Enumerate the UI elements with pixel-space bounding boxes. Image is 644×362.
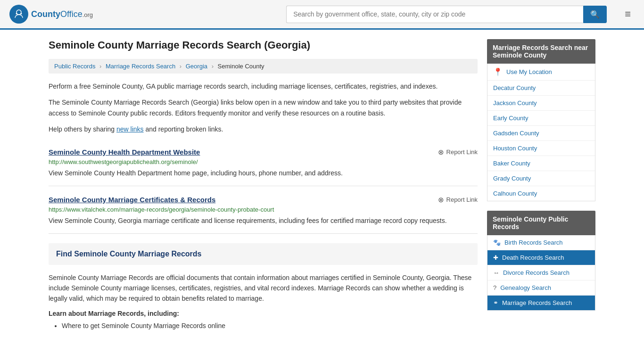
- report-label-2: Report Link: [446, 196, 478, 203]
- link-card-1-header: Seminole County Health Department Websit…: [49, 148, 478, 156]
- svg-point-1: [16, 13, 17, 15]
- link-card-1-link[interactable]: Seminole County Health Department Websit…: [49, 148, 200, 156]
- record-divorce[interactable]: ↔ Divorce Records Search: [487, 265, 595, 280]
- description-3: Help others by sharing new links and rep…: [49, 124, 478, 134]
- nearby-county-8[interactable]: Calhoun County: [487, 186, 595, 201]
- report-label-1: Report Link: [446, 148, 478, 156]
- nearby-county-3[interactable]: Early County: [487, 111, 595, 126]
- breadcrumb-current: Seminole County: [218, 63, 264, 70]
- nearby-county-6[interactable]: Baker County: [487, 156, 595, 171]
- learn-heading: Learn about Marriage Records, including:: [49, 310, 478, 317]
- birth-icon: 🐾: [493, 239, 501, 246]
- breadcrumb-sep-1: ›: [99, 63, 101, 70]
- search-input[interactable]: [286, 6, 583, 23]
- report-link-2[interactable]: ⊗ Report Link: [438, 196, 478, 204]
- birth-records-link[interactable]: Birth Records Search: [504, 239, 563, 246]
- public-records-body: 🐾 Birth Records Search ✚ Death Records S…: [487, 235, 595, 311]
- report-icon-1: ⊗: [438, 148, 444, 156]
- link-url-1: http://www.southwestgeorgiapublichealth.…: [49, 158, 478, 165]
- site-header: CountyOffice.org 🔍 ≡: [0, 0, 644, 30]
- sidebar: Marriage Records Search near Seminole Co…: [487, 39, 595, 333]
- link-card-2-header: Seminole County Marriage Certificates & …: [49, 196, 478, 204]
- county-link-6[interactable]: Baker County: [493, 160, 530, 167]
- genealogy-icon: ?: [493, 284, 496, 291]
- county-link-4[interactable]: Gadsden County: [493, 130, 539, 137]
- report-link-1[interactable]: ⊗ Report Link: [438, 148, 478, 156]
- search-icon: 🔍: [590, 10, 600, 18]
- nearby-county-7[interactable]: Grady County: [487, 171, 595, 186]
- link-card-2-link[interactable]: Seminole County Marriage Certificates & …: [49, 196, 215, 204]
- new-links-link[interactable]: new links: [116, 125, 144, 133]
- county-link-8[interactable]: Calhoun County: [493, 190, 537, 197]
- main-container: Seminole County Marriage Records Search …: [39, 30, 605, 342]
- link-url-2: https://www.vitalchek.com/marriage-recor…: [49, 206, 478, 213]
- logo-text: CountyOffice.org: [31, 9, 93, 19]
- record-death[interactable]: ✚ Death Records Search: [487, 250, 595, 265]
- desc3-prefix: Help others by sharing: [49, 125, 116, 133]
- public-records-section: Seminole County Public Records 🐾 Birth R…: [487, 211, 595, 311]
- marriage-records-link[interactable]: Marriage Records Search: [502, 299, 572, 306]
- search-button[interactable]: 🔍: [583, 6, 607, 23]
- link-desc-2: View Seminole County, Georgia marriage c…: [49, 216, 478, 226]
- breadcrumb: Public Records › Marriage Records Search…: [49, 59, 478, 74]
- search-container: 🔍: [286, 6, 607, 23]
- county-link-7[interactable]: Grady County: [493, 175, 531, 182]
- death-records-link[interactable]: Death Records Search: [502, 254, 564, 261]
- marriage-icon: ⚭: [493, 299, 498, 306]
- link-card-1-title: Seminole County Health Department Websit…: [49, 148, 200, 156]
- breadcrumb-public-records[interactable]: Public Records: [54, 63, 95, 70]
- description-1: Perform a free Seminole County, GA publi…: [49, 81, 478, 91]
- logo-icon: [9, 5, 28, 24]
- bullet-list: Where to get Seminole County Marriage Re…: [49, 321, 478, 331]
- county-link-3[interactable]: Early County: [493, 115, 528, 122]
- find-body-text: Seminole County Marriage Records are off…: [49, 272, 478, 304]
- nearby-county-5[interactable]: Houston County: [487, 141, 595, 156]
- county-link-1[interactable]: Decatur County: [493, 84, 536, 91]
- divorce-records-link[interactable]: Divorce Records Search: [503, 269, 570, 276]
- use-location-item[interactable]: 📍 Use My Location: [487, 64, 595, 81]
- nearby-county-2[interactable]: Jackson County: [487, 96, 595, 111]
- page-title: Seminole County Marriage Records Search …: [49, 39, 478, 51]
- record-genealogy[interactable]: ? Genealogy Search: [487, 280, 595, 296]
- location-icon: 📍: [493, 67, 503, 76]
- divorce-icon: ↔: [493, 269, 499, 276]
- nearby-county-1[interactable]: Decatur County: [487, 81, 595, 96]
- description-2: The Seminole County Marriage Records Sea…: [49, 97, 478, 118]
- county-link-2[interactable]: Jackson County: [493, 99, 537, 107]
- death-icon: ✚: [493, 254, 498, 261]
- record-marriage[interactable]: ⚭ Marriage Records Search: [487, 296, 595, 310]
- find-section: Find Seminole County Marriage Records: [49, 243, 478, 265]
- content-area: Seminole County Marriage Records Search …: [49, 39, 478, 333]
- hamburger-icon: ≡: [625, 8, 631, 20]
- nearby-header: Marriage Records Search near Seminole Co…: [487, 39, 595, 64]
- use-location-link[interactable]: Use My Location: [506, 68, 552, 75]
- site-logo[interactable]: CountyOffice.org: [9, 5, 104, 24]
- report-icon-2: ⊗: [438, 196, 444, 204]
- svg-point-0: [17, 10, 21, 15]
- link-card-2: Seminole County Marriage Certificates & …: [49, 188, 478, 234]
- link-desc-1: View Seminole County Health Department h…: [49, 168, 478, 178]
- breadcrumb-georgia[interactable]: Georgia: [186, 63, 207, 70]
- desc3-suffix: and reporting broken links.: [144, 125, 223, 133]
- nearby-section: Marriage Records Search near Seminole Co…: [487, 39, 595, 201]
- nearby-county-4[interactable]: Gadsden County: [487, 126, 595, 141]
- breadcrumb-sep-3: ›: [212, 63, 214, 70]
- nearby-body: 📍 Use My Location Decatur County Jackson…: [487, 64, 595, 201]
- genealogy-link[interactable]: Genealogy Search: [500, 284, 551, 291]
- record-birth[interactable]: 🐾 Birth Records Search: [487, 235, 595, 250]
- county-link-5[interactable]: Houston County: [493, 145, 537, 152]
- breadcrumb-sep-2: ›: [180, 63, 182, 70]
- find-section-heading: Find Seminole County Marriage Records: [56, 250, 470, 258]
- link-card-2-title: Seminole County Marriage Certificates & …: [49, 196, 215, 204]
- public-records-header: Seminole County Public Records: [487, 211, 595, 235]
- svg-point-2: [21, 13, 22, 15]
- menu-button[interactable]: ≡: [621, 6, 635, 22]
- bullet-item-1: Where to get Seminole County Marriage Re…: [62, 321, 478, 331]
- breadcrumb-marriage-records[interactable]: Marriage Records Search: [106, 63, 175, 70]
- link-card-1: Seminole County Health Department Websit…: [49, 140, 478, 186]
